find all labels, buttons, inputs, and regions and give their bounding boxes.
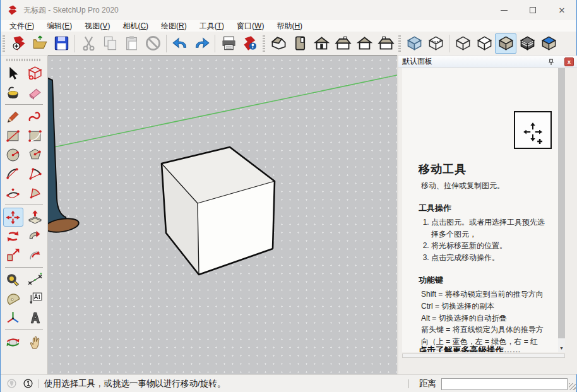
palette-button-three-point-arc[interactable] — [3, 183, 23, 202]
pin-icon — [547, 58, 555, 66]
toolbar-button-right-view[interactable] — [332, 33, 354, 54]
menu-item-view[interactable]: 视图(V) — [78, 20, 116, 32]
minimize-button[interactable] — [489, 0, 518, 20]
palette-button-3d-text[interactable] — [25, 308, 45, 327]
monochrome-icon — [540, 35, 557, 52]
toolbar-button-top-view[interactable] — [289, 33, 311, 54]
palette-button-freehand[interactable] — [25, 107, 45, 126]
menu-item-file[interactable]: 文件(F) — [3, 20, 40, 32]
cube-model[interactable] — [162, 147, 275, 275]
toolbar-button-back-view[interactable] — [354, 33, 375, 54]
palette-row — [1, 164, 47, 183]
toolbar-button-iso-view[interactable] — [268, 33, 289, 54]
scale-icon — [5, 247, 21, 263]
distance-input[interactable] — [441, 378, 568, 390]
menu-item-edit[interactable]: 编辑(E) — [40, 20, 78, 32]
palette-button-push-pull[interactable] — [25, 208, 45, 227]
palette-button-paint-bucket[interactable] — [3, 83, 23, 102]
toolbar-button-cut — [78, 33, 99, 54]
more-advanced-link[interactable]: 点击了解更多高级操作…… — [419, 345, 521, 352]
toolbar-button-monochrome[interactable] — [538, 33, 559, 54]
toolbar-button-save[interactable] — [51, 33, 72, 54]
close-icon: ✕ — [559, 6, 566, 15]
toolbar-button-undo[interactable] — [169, 33, 191, 54]
panel-scrollbar[interactable]: ▼ — [558, 68, 565, 352]
palette-button-eraser[interactable] — [25, 83, 45, 102]
pin-button[interactable] — [546, 57, 556, 66]
toolbar-button-hidden-line[interactable] — [473, 33, 495, 54]
palette-button-rotated-rectangle[interactable] — [25, 126, 45, 145]
maximize-button[interactable] — [518, 0, 547, 20]
toolbar-button-left-view[interactable] — [375, 33, 396, 54]
toolbar-button-open[interactable] — [29, 33, 51, 54]
person-figure[interactable] — [48, 78, 80, 234]
credits-button[interactable] — [23, 378, 33, 389]
step-item: 点击图元。或者用选择工具预先选择多个图元， — [431, 217, 550, 240]
palette-button-select[interactable] — [3, 64, 23, 83]
geolocation-button[interactable] — [6, 378, 17, 389]
key-line: Alt = 切换选择的自动折叠 — [421, 312, 550, 324]
palette-button-text[interactable] — [25, 289, 45, 308]
palette-button-orbit[interactable] — [3, 333, 23, 352]
pan-icon — [27, 335, 43, 350]
toolbar-button-paste — [121, 33, 142, 54]
palette-drag-handle[interactable] — [6, 59, 42, 61]
tool-title: 移动工具 — [419, 162, 550, 177]
palette-button-pan[interactable] — [25, 333, 45, 352]
toolbar-button-model-info[interactable] — [239, 33, 261, 54]
scroll-down-button[interactable]: ▼ — [558, 343, 565, 352]
toolbar-button-wireframe[interactable] — [452, 33, 473, 54]
palette-button-follow-me[interactable] — [25, 227, 45, 246]
panel-close-button[interactable]: x — [564, 57, 574, 66]
palette-button-rectangle[interactable] — [3, 126, 23, 145]
palette-row — [1, 83, 47, 102]
tool-palette — [1, 56, 48, 374]
palette-button-axes[interactable] — [3, 308, 23, 327]
toolbar-button-print[interactable] — [218, 33, 239, 54]
palette-button-protractor[interactable] — [3, 289, 23, 308]
scrollbar-thumb[interactable] — [558, 68, 565, 338]
toolbar-button-back-edges[interactable] — [425, 33, 446, 54]
palette-button-arc[interactable] — [3, 164, 23, 183]
toolbar-button-copy — [99, 33, 121, 54]
toolbar-separator — [215, 35, 215, 52]
palette-button-dimension[interactable] — [25, 270, 45, 289]
palette-button-make-component[interactable] — [25, 64, 45, 83]
palette-button-scale[interactable] — [3, 246, 23, 264]
follow-me-icon — [27, 229, 43, 244]
push-pull-icon — [27, 210, 43, 225]
horizontal-scrollbar[interactable] — [402, 353, 565, 358]
shaded-icon — [497, 35, 515, 52]
toolbar-button-front-view[interactable] — [311, 33, 332, 54]
menu-item-tools[interactable]: 工具(T) — [193, 20, 230, 32]
palette-button-line[interactable] — [3, 107, 23, 126]
toolbar-grip[interactable] — [3, 35, 5, 52]
palette-button-polygon[interactable] — [25, 145, 45, 164]
section-heading-tool-operation: 工具操作 — [419, 203, 550, 214]
make-component-icon — [27, 66, 43, 81]
close-button[interactable]: ✕ — [547, 0, 576, 20]
green-axis-line — [48, 75, 397, 148]
menu-item-help[interactable]: 帮助(H) — [270, 20, 309, 32]
palette-button-circle[interactable] — [3, 145, 23, 164]
palette-button-rotate[interactable] — [3, 227, 23, 246]
toolbar-button-new[interactable] — [8, 33, 29, 54]
viewport[interactable] — [48, 56, 397, 374]
menu-item-draw[interactable]: 绘图(R) — [155, 20, 193, 32]
palette-button-move[interactable] — [3, 208, 23, 227]
palette-button-tape-measure[interactable] — [3, 270, 23, 289]
palette-button-two-point-arc[interactable] — [25, 164, 45, 183]
resize-grip[interactable] — [569, 383, 576, 390]
measure-separator — [408, 379, 409, 388]
toolbar-button-shaded[interactable] — [495, 33, 516, 54]
menu-item-window[interactable]: 窗口(W) — [230, 20, 270, 32]
palette-button-offset[interactable] — [25, 246, 45, 264]
menu-item-camera[interactable]: 相机(C) — [116, 20, 155, 32]
toolbar-button-redo[interactable] — [191, 33, 212, 54]
toolbar-button-x-ray[interactable] — [403, 33, 425, 54]
toolbar-button-shaded-with-textures[interactable] — [516, 33, 538, 54]
palette-button-pie[interactable] — [25, 183, 45, 202]
toolbar-grip[interactable] — [398, 35, 401, 52]
toolbar-grip[interactable] — [263, 35, 265, 52]
new-icon — [10, 35, 27, 52]
